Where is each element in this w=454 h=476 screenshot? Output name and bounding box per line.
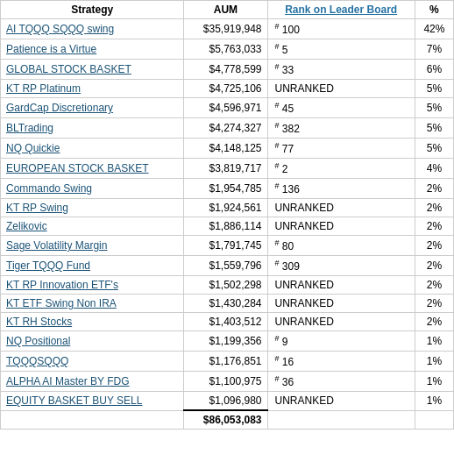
rank-value: # 33 <box>267 60 415 80</box>
total-rank <box>267 410 415 430</box>
pct-value: 1% <box>415 352 453 372</box>
pct-header: % <box>415 1 453 19</box>
pct-value: 2% <box>415 295 453 313</box>
strategy-link[interactable]: NQ Positional <box>6 335 70 347</box>
aum-value: $1,559,796 <box>184 256 267 276</box>
strategy-link[interactable]: KT RP Platinum <box>6 82 81 95</box>
aum-value: $1,199,356 <box>184 331 267 352</box>
table-row: KT ETF Swing Non IRA$1,430,284UNRANKED2% <box>1 295 454 313</box>
pct-value: 1% <box>415 372 453 392</box>
table-row: Zelikovic$1,886,114UNRANKED2% <box>1 217 454 236</box>
pct-value: 2% <box>415 236 453 256</box>
strategy-link[interactable]: BLTrading <box>6 122 53 134</box>
table-row: KT RP Swing$1,924,561UNRANKED2% <box>1 199 454 217</box>
table-row: Patience is a Virtue$5,763,033# 57% <box>1 39 454 60</box>
strategy-link[interactable]: TQQQSQQQ <box>6 355 68 367</box>
rank-value: # 100 <box>267 19 415 39</box>
table-row: Commando Swing$1,954,785# 1362% <box>1 179 454 199</box>
rank-value: UNRANKED <box>267 313 415 331</box>
aum-value: $1,176,851 <box>184 352 267 372</box>
strategy-header: Strategy <box>1 1 184 19</box>
aum-value: $4,725,106 <box>184 80 267 98</box>
strategy-link[interactable]: Patience is a Virtue <box>6 43 96 55</box>
aum-value: $1,886,114 <box>184 217 267 236</box>
rank-value: UNRANKED <box>267 80 415 98</box>
rank-value: # 136 <box>267 179 415 199</box>
aum-value: $4,148,125 <box>184 139 267 159</box>
rank-value: # 2 <box>267 159 415 179</box>
strategy-link[interactable]: Commando Swing <box>6 182 92 195</box>
aum-value: $1,502,298 <box>184 276 267 295</box>
aum-value: $1,430,284 <box>184 295 267 313</box>
pct-value: 42% <box>415 19 453 39</box>
rank-value: # 45 <box>267 98 415 118</box>
table-row: KT RP Innovation ETF's$1,502,298UNRANKED… <box>1 276 454 295</box>
rank-value: # 5 <box>267 39 415 60</box>
aum-value: $5,763,033 <box>184 39 267 60</box>
aum-value: $1,924,561 <box>184 199 267 217</box>
rank-value: # 382 <box>267 118 415 139</box>
pct-value: 7% <box>415 39 453 60</box>
strategy-link[interactable]: EQUITY BASKET BUY SELL <box>6 394 142 407</box>
rank-value: UNRANKED <box>267 276 415 295</box>
pct-value: 5% <box>415 98 453 118</box>
aum-value: $4,274,327 <box>184 118 267 139</box>
aum-header: AUM <box>184 1 267 19</box>
aum-value: $4,778,599 <box>184 60 267 80</box>
aum-value: $1,954,785 <box>184 179 267 199</box>
aum-value: $1,403,512 <box>184 313 267 331</box>
table-row: AI TQQQ SQQQ swing$35,919,948# 10042% <box>1 19 454 39</box>
pct-value: 5% <box>415 139 453 159</box>
strategy-link[interactable]: ALPHA AI Master BY FDG <box>6 375 130 387</box>
pct-value: 5% <box>415 118 453 139</box>
table-row: NQ Quickie$4,148,125# 775% <box>1 139 454 159</box>
pct-value: 2% <box>415 217 453 236</box>
strategy-link[interactable]: EUROPEAN STOCK BASKET <box>6 162 149 174</box>
pct-value: 2% <box>415 179 453 199</box>
aum-value: $4,596,971 <box>184 98 267 118</box>
pct-value: 6% <box>415 60 453 80</box>
aum-value: $3,819,717 <box>184 159 267 179</box>
total-aum: $86,053,083 <box>184 410 267 430</box>
strategy-link[interactable]: KT ETF Swing Non IRA <box>6 297 117 309</box>
strategy-link[interactable]: Tiger TQQQ Fund <box>6 259 90 272</box>
aum-value: $1,096,980 <box>184 392 267 411</box>
table-row: GardCap Discretionary$4,596,971# 455% <box>1 98 454 118</box>
rank-value: UNRANKED <box>267 199 415 217</box>
rank-header[interactable]: Rank on Leader Board <box>267 1 415 19</box>
pct-value: 2% <box>415 256 453 276</box>
rank-value: # 36 <box>267 372 415 392</box>
strategy-link[interactable]: GLOBAL STOCK BASKET <box>6 63 131 75</box>
table-row: GLOBAL STOCK BASKET$4,778,599# 336% <box>1 60 454 80</box>
strategy-link[interactable]: GardCap Discretionary <box>6 102 113 114</box>
pct-value: 2% <box>415 313 453 331</box>
strategy-link[interactable]: Sage Volatility Margin <box>6 239 107 252</box>
table-row: NQ Positional$1,199,356# 91% <box>1 331 454 352</box>
total-row: $86,053,083 <box>1 410 454 430</box>
table-row: BLTrading$4,274,327# 3825% <box>1 118 454 139</box>
pct-value: 1% <box>415 392 453 411</box>
strategy-link[interactable]: KT RH Stocks <box>6 316 72 328</box>
aum-value: $1,100,975 <box>184 372 267 392</box>
pct-value: 4% <box>415 159 453 179</box>
table-row: TQQQSQQQ$1,176,851# 161% <box>1 352 454 372</box>
aum-value: $1,791,745 <box>184 236 267 256</box>
rank-value: UNRANKED <box>267 295 415 313</box>
strategy-link[interactable]: AI TQQQ SQQQ swing <box>6 23 114 35</box>
table-row: Sage Volatility Margin$1,791,745# 802% <box>1 236 454 256</box>
rank-value: # 9 <box>267 331 415 352</box>
table-row: KT RH Stocks$1,403,512UNRANKED2% <box>1 313 454 331</box>
table-row: Tiger TQQQ Fund$1,559,796# 3092% <box>1 256 454 276</box>
rank-value: # 309 <box>267 256 415 276</box>
strategies-table: Strategy AUM Rank on Leader Board % AI T… <box>0 0 454 430</box>
table-row: EUROPEAN STOCK BASKET$3,819,717# 24% <box>1 159 454 179</box>
table-row: KT RP Platinum$4,725,106UNRANKED5% <box>1 80 454 98</box>
strategy-link[interactable]: NQ Quickie <box>6 142 60 154</box>
strategy-link[interactable]: KT RP Innovation ETF's <box>6 279 118 291</box>
pct-value: 5% <box>415 80 453 98</box>
rank-value: UNRANKED <box>267 217 415 236</box>
strategy-link[interactable]: KT RP Swing <box>6 202 68 214</box>
strategy-link[interactable]: Zelikovic <box>6 220 47 232</box>
aum-value: $35,919,948 <box>184 19 267 39</box>
pct-value: 1% <box>415 331 453 352</box>
